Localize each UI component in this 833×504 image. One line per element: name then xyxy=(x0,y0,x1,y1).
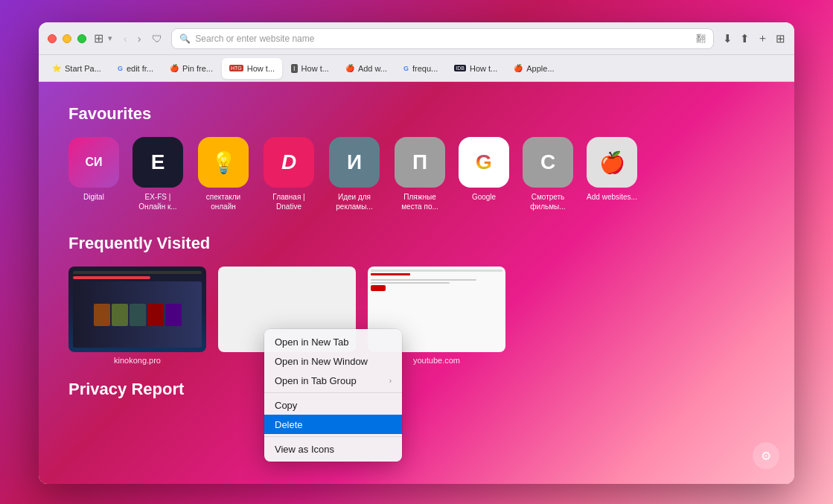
fav-label: Смотреть фильмы... xyxy=(521,192,575,211)
tab-favicon: IDB xyxy=(454,65,466,71)
menu-item-open-new-tab[interactable]: Open in New Tab xyxy=(264,332,402,351)
fav-label: Пляжные места по... xyxy=(393,192,447,211)
freq-domain-kinokong: kinokong.pro xyxy=(68,356,206,365)
menu-separator-2 xyxy=(264,436,402,437)
back-arrow-icon[interactable]: ‹ xyxy=(120,31,131,46)
frequently-grid: kinokong.pro xyxy=(68,267,765,365)
privacy-report-section: Privacy Report xyxy=(68,380,765,399)
tab-how-2[interactable]: I How t... xyxy=(284,58,336,79)
sidebar-chevron-icon[interactable]: ▾ xyxy=(108,34,112,43)
fav-item-spektakli[interactable]: 💡 спектакли онлайн xyxy=(197,137,250,211)
tab-start-page[interactable]: ⭐ Start Pa... xyxy=(45,58,109,79)
tab-label: How t... xyxy=(247,64,275,73)
title-bar: ⊞ ▾ ‹ › 🛡 🔍 Search or enter website name… xyxy=(39,22,794,55)
fav-label: спектакли онлайн xyxy=(197,192,250,211)
tab-favicon: 🍎 xyxy=(170,64,179,72)
tab-label: Add w... xyxy=(358,64,387,73)
fav-label: Google xyxy=(472,192,496,202)
browser-window: ⊞ ▾ ‹ › 🛡 🔍 Search or enter website name… xyxy=(39,22,794,484)
tab-label: How t... xyxy=(301,64,329,73)
fav-icon: 🍎 xyxy=(587,137,637,188)
fav-item-exfs[interactable]: Е EX-FS | Онлайн к... xyxy=(131,137,185,211)
close-button[interactable] xyxy=(48,34,57,43)
menu-item-view-as-icons[interactable]: View as Icons xyxy=(264,439,402,459)
shield-icon: 🛡 xyxy=(152,33,162,45)
tab-favicon: G xyxy=(403,65,409,72)
tab-label: frequ... xyxy=(412,64,438,73)
menu-item-open-new-window[interactable]: Open in New Window xyxy=(264,351,402,371)
share-icon[interactable]: ⬆ xyxy=(740,32,750,45)
fav-icon: СИ xyxy=(68,137,119,188)
tab-add-w[interactable]: 🍎 Add w... xyxy=(338,58,395,79)
tab-favicon: 🍎 xyxy=(514,64,523,72)
fav-item-plyazh[interactable]: П Пляжные места по... xyxy=(393,137,447,211)
sidebar-toggle-icon[interactable]: ⊞ xyxy=(94,31,103,45)
menu-item-label: Open in Tab Group xyxy=(275,375,357,386)
fav-item-smotret[interactable]: С Смотреть фильмы... xyxy=(521,137,575,211)
tab-favicon: ⭐ xyxy=(52,64,61,72)
tab-favicon: G xyxy=(118,65,123,72)
fav-icon: D xyxy=(264,137,314,188)
fav-item-add[interactable]: 🍎 Add websites... xyxy=(587,137,637,211)
favourites-title: Favourites xyxy=(68,104,765,124)
favourites-section: Favourites СИ Digital Е EX-FS | Онлайн к… xyxy=(68,104,765,211)
tab-label: Pin fre... xyxy=(182,64,213,73)
menu-item-copy[interactable]: Copy xyxy=(264,395,402,415)
tab-pin-fre[interactable]: 🍎 Pin fre... xyxy=(162,58,220,79)
tab-favicon: HTG xyxy=(229,65,243,71)
menu-item-delete[interactable]: Delete xyxy=(264,415,402,434)
submenu-arrow-icon: › xyxy=(389,377,392,385)
traffic-lights xyxy=(48,34,86,43)
tab-label: edit fr... xyxy=(127,64,153,73)
freq-item-kinokong[interactable]: kinokong.pro xyxy=(68,267,206,365)
minimize-button[interactable] xyxy=(63,34,71,43)
grid-icon[interactable]: ⊞ xyxy=(776,32,785,45)
tab-how-t[interactable]: IDB How t... xyxy=(447,58,505,79)
menu-separator-1 xyxy=(264,392,402,393)
new-tab-icon[interactable]: ＋ xyxy=(757,31,768,45)
menu-item-label: Delete xyxy=(275,419,303,430)
fav-icon: G xyxy=(459,137,509,188)
customize-button[interactable]: ⚙ xyxy=(753,442,779,469)
menu-item-open-tab-group[interactable]: Open in Tab Group › xyxy=(264,371,402,390)
menu-item-label: View as Icons xyxy=(275,444,334,455)
favourites-grid: СИ Digital Е EX-FS | Онлайн к... 💡 xyxy=(68,137,765,211)
nav-arrows: ‹ › xyxy=(120,31,144,46)
context-menu: Open in New Tab Open in New Window Open … xyxy=(264,329,402,462)
maximize-button[interactable] xyxy=(77,34,86,43)
tab-how-1[interactable]: HTG How t... xyxy=(222,58,282,79)
desktop-background: ⊞ ▾ ‹ › 🛡 🔍 Search or enter website name… xyxy=(0,0,833,504)
tab-favicon: I xyxy=(291,64,298,73)
fav-item-idei[interactable]: И Идеи для рекламы... xyxy=(328,137,381,211)
privacy-report-title: Privacy Report xyxy=(68,380,765,399)
fav-label: Идеи для рекламы... xyxy=(328,192,381,211)
menu-item-label: Open in New Window xyxy=(275,356,368,367)
menu-item-label: Copy xyxy=(275,400,297,411)
tab-favicon: 🍎 xyxy=(345,64,354,72)
fav-icon: И xyxy=(329,137,380,188)
frequently-title: Frequently Visited xyxy=(68,234,765,253)
fav-label: Add websites... xyxy=(587,192,637,202)
forward-arrow-icon[interactable]: › xyxy=(134,31,145,46)
fav-label: Главная | Dnative xyxy=(262,192,316,211)
tab-apple[interactable]: 🍎 Apple... xyxy=(506,58,561,79)
menu-item-label: Open in New Tab xyxy=(275,336,349,348)
search-icon: 🔍 xyxy=(179,34,191,44)
translate-icon[interactable]: 翻 xyxy=(696,32,706,45)
fav-icon: 💡 xyxy=(198,137,249,188)
freq-thumbnail-kinokong xyxy=(68,267,206,352)
address-bar-placeholder: Search or enter website name xyxy=(195,34,692,44)
frequently-section: Frequently Visited xyxy=(68,234,765,365)
toolbar-right: ⬇ ⬆ ＋ ⊞ xyxy=(723,31,785,45)
address-bar[interactable]: 🔍 Search or enter website name 翻 xyxy=(171,28,714,49)
tab-label: How t... xyxy=(470,64,497,73)
download-icon[interactable]: ⬇ xyxy=(723,32,733,45)
tab-label: Apple... xyxy=(526,64,554,73)
fav-item-dnative[interactable]: D Главная | Dnative xyxy=(262,137,316,211)
tab-freq[interactable]: G frequ... xyxy=(396,58,445,79)
fav-icon: П xyxy=(395,137,445,188)
fav-item-digital[interactable]: СИ Digital xyxy=(68,137,119,211)
tab-bar: ⭐ Start Pa... G edit fr... 🍎 Pin fre... … xyxy=(39,55,794,82)
fav-item-google[interactable]: G Google xyxy=(459,137,509,211)
tab-edit-fr[interactable]: G edit fr... xyxy=(110,58,161,79)
